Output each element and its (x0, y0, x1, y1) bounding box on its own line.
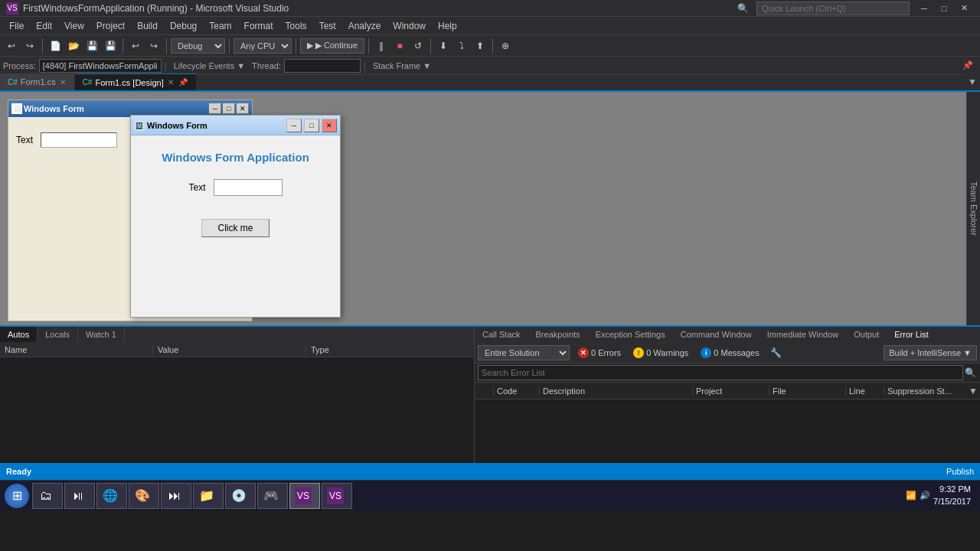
bg-form-minimize[interactable]: ─ (209, 103, 221, 114)
menu-help[interactable]: Help (432, 18, 463, 34)
menu-view[interactable]: View (58, 18, 90, 34)
tab-immediate-window[interactable]: Immediate Window (760, 327, 847, 342)
toolbar-open-btn[interactable]: 📂 (65, 37, 82, 54)
taskbar-media[interactable]: ⏯ (64, 483, 95, 509)
minimize-button[interactable]: ─ (914, 1, 934, 16)
warnings-badge[interactable]: ! 0 Warnings (629, 346, 692, 360)
start-button[interactable]: ⊞ (3, 482, 31, 510)
toolbar-undo-btn[interactable]: ↩ (127, 37, 144, 54)
running-field-input[interactable] (214, 179, 283, 196)
lifecycle-btn[interactable]: Lifecycle Events ▼ (170, 59, 249, 73)
taskbar-explorer[interactable]: 🗂 (32, 483, 63, 509)
taskbar-disc[interactable]: 💿 (225, 483, 256, 509)
publish-label[interactable]: Publish (946, 467, 974, 476)
tab-form1cs-design[interactable]: C# Form1.cs [Design] ✕ 📌 (75, 73, 197, 90)
bg-form-close[interactable]: ✕ (237, 103, 249, 114)
error-search-input[interactable] (478, 365, 963, 380)
menu-window[interactable]: Window (387, 18, 432, 34)
filter-column-btn[interactable]: ▼ (966, 384, 980, 398)
menu-build[interactable]: Build (131, 18, 164, 34)
autos-col-value: Value (153, 345, 306, 354)
error-toolbar: Entire Solution ✕ 0 Errors ! 0 Warnings … (475, 342, 980, 364)
thread-value[interactable] (284, 59, 361, 73)
running-form[interactable]: 🖼 Windows Form ─ □ ✕ Windows Form Applic… (130, 115, 341, 318)
platform-dropdown[interactable]: Any CPU x86 x64 (234, 38, 292, 54)
taskbar-game[interactable]: 🎮 (257, 483, 288, 509)
taskbar-browser[interactable]: 🌐 (96, 483, 127, 509)
menu-test[interactable]: Test (313, 18, 342, 34)
tab-close-design[interactable]: ✕ (167, 78, 175, 86)
tabs-scroll-button[interactable]: ▼ (965, 73, 980, 90)
taskbar-second-vs[interactable]: VS (322, 483, 352, 509)
toolbar-save-btn[interactable]: 💾 (83, 37, 100, 54)
bg-form-maximize[interactable]: □ (223, 103, 235, 114)
toolbar-back-btn[interactable]: ↩ (3, 37, 20, 54)
tb-sep6 (368, 38, 369, 54)
build-intellisense-btn[interactable]: Build + IntelliSense ▼ (884, 345, 977, 360)
filter-btn[interactable]: 🔧 (768, 344, 785, 361)
tb-sep4 (229, 38, 230, 54)
close-button[interactable]: ✕ (954, 1, 974, 16)
quick-launch-input[interactable] (756, 2, 910, 15)
maximize-button[interactable]: □ (934, 1, 954, 16)
step-into-btn[interactable]: ⬇ (435, 37, 452, 54)
menu-analyze[interactable]: Analyze (342, 18, 387, 34)
taskbar-vs[interactable]: VS (289, 483, 320, 509)
restart-button[interactable]: ↺ (410, 37, 426, 54)
click-me-button[interactable]: Click me (201, 219, 269, 237)
pin-debug-btn[interactable]: 📌 (959, 59, 977, 73)
game-icon: 🎮 (263, 487, 279, 504)
step-out-btn[interactable]: ⬆ (472, 37, 488, 54)
running-form-close[interactable]: ✕ (322, 119, 337, 132)
taskbar-player2[interactable]: ⏭ (161, 483, 191, 509)
stack-frame-btn[interactable]: Stack Frame ▼ (369, 59, 435, 73)
tab-form1cs[interactable]: C# Form1.cs ✕ (0, 73, 75, 90)
search-btn[interactable]: 🔍 (963, 366, 977, 380)
tray-date-text: 7/15/2017 (933, 496, 971, 507)
toolbar-saveall-btn[interactable]: 💾 (102, 37, 119, 54)
debug-config-dropdown[interactable]: Debug Release (171, 38, 225, 54)
team-explorer-sidebar[interactable]: Team Explorer (966, 92, 980, 325)
tab-pin-design[interactable]: 📌 (178, 78, 188, 86)
tab-close-form1cs[interactable]: ✕ (59, 78, 67, 86)
menu-debug[interactable]: Debug (164, 18, 203, 34)
tab-exception-settings[interactable]: Exception Settings (588, 327, 673, 342)
menu-edit[interactable]: Edit (30, 18, 58, 34)
tab-output[interactable]: Output (846, 327, 887, 342)
menu-project[interactable]: Project (90, 18, 131, 34)
menu-file[interactable]: File (3, 18, 30, 34)
pause-button[interactable]: ‖ (373, 37, 390, 54)
stop-button[interactable]: ■ (391, 37, 408, 54)
taskbar-paint[interactable]: 🎨 (129, 483, 159, 509)
continue-button[interactable]: ▶ ▶ Continue (300, 38, 364, 54)
toolbar-fwd-btn[interactable]: ↪ (21, 37, 38, 54)
tab-breakpoints[interactable]: Breakpoints (528, 327, 588, 342)
taskbar-files[interactable]: 📁 (193, 483, 224, 509)
menu-tools[interactable]: Tools (279, 18, 313, 34)
running-form-minimize[interactable]: ─ (286, 119, 302, 132)
tray-clock[interactable]: 9:32 PM 7/15/2017 (933, 484, 971, 507)
vs-logo-icon: VS (6, 2, 18, 15)
tab-callstack[interactable]: Call Stack (475, 327, 528, 342)
tb-sep5 (296, 38, 296, 54)
running-form-maximize[interactable]: □ (304, 119, 319, 132)
breakpoints-btn[interactable]: ⊕ (497, 37, 514, 54)
tab-locals[interactable]: Locals (38, 327, 78, 342)
tab-error-list[interactable]: Error List (887, 327, 936, 342)
tab-command-window[interactable]: Command Window (673, 327, 760, 342)
process-value[interactable] (39, 59, 162, 73)
play-icon: ▶ (307, 41, 313, 51)
step-over-btn[interactable]: ⤵ (453, 37, 470, 54)
toolbar-new-btn[interactable]: 📄 (47, 37, 64, 54)
menu-format[interactable]: Format (238, 18, 279, 34)
toolbar-redo-btn[interactable]: ↪ (145, 37, 162, 54)
messages-badge[interactable]: i 0 Messages (697, 346, 763, 360)
errors-badge[interactable]: ✕ 0 Errors (574, 346, 625, 360)
autos-panel: Name Value Type (0, 342, 475, 463)
info-icon: i (701, 347, 711, 358)
tab-watch1[interactable]: Watch 1 (78, 327, 125, 342)
tab-autos[interactable]: Autos (0, 327, 38, 342)
bg-field-textbox[interactable] (41, 132, 117, 148)
error-scope-dropdown[interactable]: Entire Solution (478, 345, 570, 360)
menu-team[interactable]: Team (203, 18, 237, 34)
